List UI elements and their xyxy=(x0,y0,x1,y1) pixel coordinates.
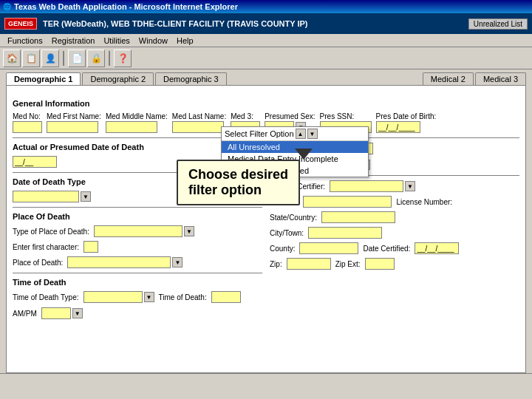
main-content: Select Filter Option ▲ ▼ All Unresolved … xyxy=(6,85,526,373)
tod-ampm-scroll[interactable]: ▼ xyxy=(72,308,83,318)
menu-help[interactable]: Help xyxy=(172,35,198,46)
app-title: TER (WebDeath), WEB TDHE-CLIENT FACILITY… xyxy=(43,19,308,28)
tod-time-label: Time of Death: xyxy=(159,293,207,301)
tod-type-label: Time of Death Type: xyxy=(13,293,79,301)
med-last-field: Med Last Name: xyxy=(172,112,226,133)
pres-dob-input[interactable] xyxy=(376,121,420,133)
app-header: GENEIS TER (WebDeath), WEB TDHE-CLIENT F… xyxy=(0,13,532,34)
date-cert-input[interactable] xyxy=(415,242,459,254)
toolbar-help-button[interactable]: ❓ xyxy=(114,50,132,67)
tooltip-box: Choose desiredfilter option xyxy=(177,160,300,205)
filter-scroll-up[interactable]: ▲ xyxy=(296,129,306,139)
unrealized-list-button[interactable]: Unrealized List xyxy=(468,18,528,30)
place-type-scroll[interactable]: ▼ xyxy=(184,226,194,236)
zip-ext-input[interactable] xyxy=(365,258,395,270)
menu-bar: Functions Registration Utilities Window … xyxy=(0,34,532,47)
place-type-input[interactable] xyxy=(94,225,183,237)
med-last-label: Med Last Name: xyxy=(172,112,226,120)
status-bar xyxy=(0,373,532,386)
address-input[interactable] xyxy=(303,196,392,208)
place-type-label: Type of Place of Death: xyxy=(13,228,89,236)
status-text xyxy=(6,376,8,384)
pres-dob-label: Pres Date of Birth: xyxy=(376,112,437,120)
tod-ampm-input[interactable] xyxy=(41,307,71,319)
med3-label: Med 3: xyxy=(231,112,260,120)
medical-certifier-section: Medical Certifier: ▼ Address: License Nu… xyxy=(270,180,519,270)
menu-functions[interactable]: Functions xyxy=(3,35,47,46)
zip-label: Zip: xyxy=(270,260,282,268)
window-title: Texas Web Death Application - Microsoft … xyxy=(14,2,238,11)
toolbar-user-button[interactable]: 👤 xyxy=(41,50,59,67)
divider4 xyxy=(13,273,262,273)
toolbar-separator xyxy=(63,51,64,66)
place-of-death-section: Place Of Death Type of Place of Death: ▼… xyxy=(13,212,262,268)
menu-registration[interactable]: Registration xyxy=(47,35,100,46)
city-row: City/Town: xyxy=(270,227,519,239)
menu-utilities[interactable]: Utilities xyxy=(99,35,134,46)
place-first-char-row: Enter first character: xyxy=(13,241,262,253)
license-label: License Number: xyxy=(396,198,452,206)
med-first-label: Med First Name: xyxy=(47,112,101,120)
filter-select-bar: Select Filter Option ▲ ▼ xyxy=(222,127,368,141)
toolbar-list-button[interactable]: 📋 xyxy=(22,50,40,67)
place-name-scroll[interactable]: ▼ xyxy=(172,257,183,267)
place-first-char-label: Enter first character: xyxy=(13,243,79,251)
presumed-sex-label: Presumed Sex: xyxy=(265,112,315,120)
zip-input[interactable] xyxy=(287,258,331,270)
med-middle-input[interactable] xyxy=(106,121,157,133)
place-type-row: Type of Place of Death: ▼ xyxy=(13,225,262,237)
tab-demographic1[interactable]: Demographic 1 xyxy=(6,72,81,85)
time-of-death-section: Time of Death Time of Death Type: ▼ Time… xyxy=(13,278,262,319)
med-middle-field: Med Middle Name: xyxy=(106,112,168,133)
tod-time-input[interactable] xyxy=(211,291,241,303)
toolbar-lock-button[interactable]: 🔒 xyxy=(87,50,105,67)
med-cert-scroll[interactable]: ▼ xyxy=(405,181,415,191)
place-of-death-title: Place Of Death xyxy=(13,212,262,221)
place-name-input[interactable] xyxy=(67,256,171,268)
title-bar: 🌐 Texas Web Death Application - Microsof… xyxy=(0,0,532,13)
general-info-title: General Information xyxy=(13,99,519,108)
county-input[interactable] xyxy=(299,242,358,254)
tooltip-arrow xyxy=(295,149,313,160)
med-no-input[interactable] xyxy=(13,121,42,133)
filter-header-label: Select Filter Option xyxy=(225,129,294,138)
state-input[interactable] xyxy=(321,211,395,223)
filter-scroll-down[interactable]: ▼ xyxy=(307,129,318,139)
app-icon: 🌐 xyxy=(3,3,11,10)
city-label: City/Town: xyxy=(270,229,304,237)
toolbar: 🏠 📋 👤 📄 🔒 ❓ xyxy=(0,47,532,69)
death-type-input[interactable] xyxy=(13,191,79,202)
place-first-char-input[interactable] xyxy=(83,241,98,253)
county-row: County: Date Certified: xyxy=(270,242,519,254)
toolbar-home-button[interactable]: 🏠 xyxy=(3,50,21,67)
tod-type-scroll[interactable]: ▼ xyxy=(144,292,154,302)
state-row: State/Country: xyxy=(270,211,519,223)
med-first-field: Med First Name: xyxy=(47,112,101,133)
pres-ssn-label: Pres SSN: xyxy=(320,112,372,120)
tooltip-text: Choose desiredfilter option xyxy=(188,167,288,197)
tab-medical3[interactable]: Medical 3 xyxy=(475,72,526,85)
med-first-input[interactable] xyxy=(47,121,98,133)
zip-row: Zip: Zip Ext: xyxy=(270,258,519,270)
zip-ext-label: Zip Ext: xyxy=(335,260,361,268)
med-cert-input[interactable] xyxy=(330,180,403,192)
tab-demographic3[interactable]: Demographic 3 xyxy=(155,72,227,85)
toolbar-separator2 xyxy=(109,51,110,66)
date-cert-label: Date Certified: xyxy=(363,245,410,253)
menu-window[interactable]: Window xyxy=(134,35,172,46)
date-of-death-input[interactable] xyxy=(13,156,57,168)
divider3 xyxy=(13,207,262,208)
toolbar-doc-button[interactable]: 📄 xyxy=(68,50,86,67)
county-label: County: xyxy=(270,245,295,253)
med-last-input[interactable] xyxy=(172,121,224,133)
death-type-scroll[interactable]: ▼ xyxy=(81,191,91,202)
med-no-label: Med No: xyxy=(13,112,42,120)
tod-type-input[interactable] xyxy=(83,291,143,303)
tod-ampm-label: AM/PM xyxy=(13,310,37,318)
tab-medical2[interactable]: Medical 2 xyxy=(423,72,474,85)
city-input[interactable] xyxy=(308,227,382,239)
tab-demographic2[interactable]: Demographic 2 xyxy=(82,72,154,85)
address-row: Address: License Number: xyxy=(270,196,519,208)
state-label: State/Country: xyxy=(270,214,317,222)
place-name-label: Place of Death: xyxy=(13,259,63,267)
